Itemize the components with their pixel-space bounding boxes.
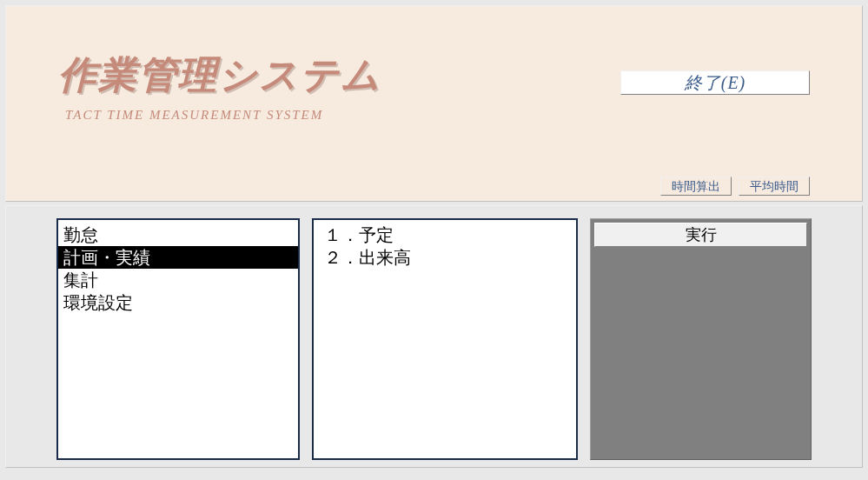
list-item[interactable]: 勤怠 — [58, 223, 298, 246]
header-bottom-buttons: 時間算出 平均時間 — [660, 177, 810, 196]
list-item[interactable]: 環境設定 — [58, 291, 298, 314]
main-menu-list[interactable]: 勤怠 計画・実績 集計 環境設定 — [56, 218, 300, 460]
action-panel: 実行 — [590, 218, 812, 460]
execute-button[interactable]: 実行 — [594, 223, 807, 247]
app-subtitle: TACT TIME MEASUREMENT SYSTEM — [65, 108, 827, 123]
sub-menu-list[interactable]: １．予定 ２．出来高 — [312, 218, 578, 460]
list-item[interactable]: ２．出来高 — [319, 246, 571, 269]
list-item[interactable]: 集計 — [58, 269, 298, 291]
list-item[interactable]: １．予定 — [319, 223, 571, 246]
exit-button[interactable]: 終了(E) — [620, 70, 810, 95]
main-area: 勤怠 計画・実績 集計 環境設定 １．予定 ２．出来高 実行 — [5, 205, 863, 468]
list-item[interactable]: 計画・実績 — [58, 246, 298, 269]
header-panel: 作業管理システム TACT TIME MEASUREMENT SYSTEM 終了… — [5, 5, 863, 202]
time-calc-button[interactable]: 時間算出 — [660, 177, 732, 196]
avg-time-button[interactable]: 平均時間 — [739, 177, 810, 196]
